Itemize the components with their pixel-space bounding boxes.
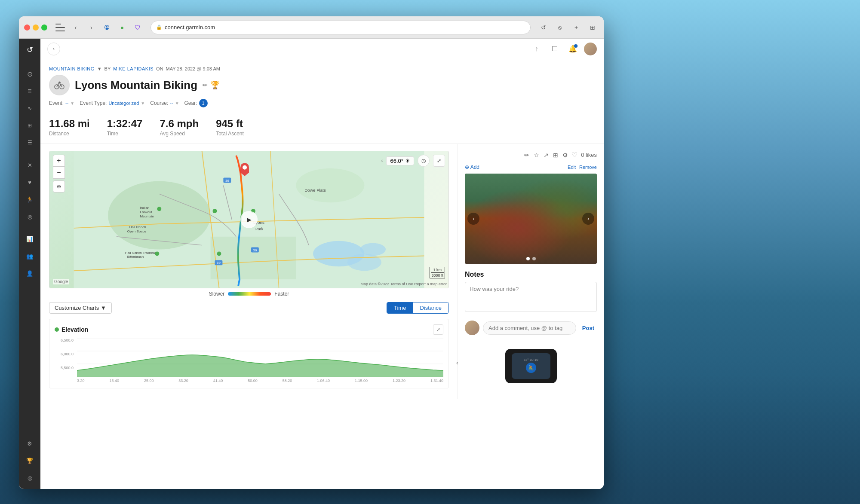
- elevation-title: Elevation: [61, 326, 88, 333]
- category-link[interactable]: MOUNTAIN BIKING: [49, 66, 95, 71]
- star-icon[interactable]: ☆: [534, 152, 539, 159]
- forward-button[interactable]: ›: [85, 21, 97, 34]
- svg-rect-6: [211, 237, 296, 279]
- google-logo: Google: [53, 279, 69, 284]
- device-section: ‹ 73° 10:10 🚴 ›: [465, 342, 597, 383]
- stat-time-label: Time: [107, 131, 143, 137]
- address-bar[interactable]: 🔒 connect.garmin.com: [150, 21, 531, 34]
- gear-badge[interactable]: 1: [199, 99, 208, 107]
- photo-next-button[interactable]: ›: [582, 213, 594, 225]
- upload-icon[interactable]: ↑: [530, 42, 544, 56]
- sidebar-item-badges[interactable]: ◎: [22, 470, 37, 486]
- map-fullscreen-button[interactable]: ⤢: [433, 155, 445, 167]
- time-toggle-button[interactable]: Time: [387, 302, 413, 313]
- app-sidebar: ↺ ⊙ ≡ ∿ ⊞ ☰ ✕ ♥ 🏃 ◎ 📊 👥 👤 ⚙ 🏆 ◎: [19, 39, 40, 489]
- comment-row: Post: [465, 321, 597, 335]
- photo-dot-1[interactable]: [526, 257, 530, 260]
- sidebar-item-activities[interactable]: ✕: [22, 157, 37, 173]
- comment-avatar-image: [465, 321, 479, 335]
- breadcrumb: MOUNTAIN BIKING ▼ BY MIKE LAPIDAKIS ON M…: [49, 66, 595, 71]
- share-icon[interactable]: ↗: [544, 152, 549, 159]
- comment-input[interactable]: [483, 321, 576, 335]
- sidebar-toggle-button[interactable]: [54, 21, 66, 34]
- sidebar-item-refresh[interactable]: ↺: [22, 42, 37, 58]
- extension-shield-icon[interactable]: 🛡: [132, 21, 144, 34]
- sidebar-item-reports[interactable]: ☰: [22, 135, 37, 150]
- comment-input-wrap: [483, 321, 576, 335]
- sidebar-item-training[interactable]: 🏃: [22, 192, 37, 207]
- distance-toggle-button[interactable]: Distance: [413, 302, 448, 313]
- sidebar-item-stats[interactable]: 📊: [22, 231, 37, 247]
- map-attribution: Map data ©2022 Terms of Use Report a map…: [360, 282, 447, 286]
- x-label-2: 25:00: [144, 379, 154, 383]
- sidebar-item-layers[interactable]: ≡: [22, 83, 37, 99]
- photo-prev-button[interactable]: ‹: [467, 213, 479, 225]
- event-dropdown[interactable]: --: [65, 101, 68, 106]
- charts-section: Customize Charts ▼ Time Distance: [49, 299, 449, 392]
- activity-layout: Dowe Flats Lyons Indian Lookout Mountain…: [40, 144, 604, 399]
- stat-speed: 7.6 mph Avg Speed: [160, 118, 199, 137]
- grid-icon[interactable]: ⊞: [587, 21, 599, 34]
- sidebar-item-health[interactable]: ♥: [22, 174, 37, 190]
- notifications-icon[interactable]: 🔔: [566, 42, 580, 56]
- photos-section: ⊕ Add Edit Remove: [465, 164, 597, 264]
- map-layers-button[interactable]: ⊛: [53, 180, 65, 192]
- minimize-button[interactable]: [33, 24, 39, 31]
- sidebar-item-challenges[interactable]: 🏆: [22, 453, 37, 468]
- stat-ascent-label: Total Ascent: [216, 131, 244, 137]
- svg-text:36: 36: [253, 248, 257, 252]
- edit-icon[interactable]: ✏: [524, 152, 529, 159]
- device-prev-button[interactable]: ‹: [456, 359, 458, 366]
- reload-icon[interactable]: ↺: [538, 21, 550, 34]
- sidebar-item-groups[interactable]: 👤: [22, 266, 37, 281]
- 1password-icon[interactable]: ①: [101, 21, 113, 34]
- export-icon[interactable]: ⊞: [553, 152, 558, 159]
- svg-text:Mountain: Mountain: [140, 214, 154, 218]
- sidebar-item-social[interactable]: 👥: [22, 248, 37, 264]
- sidebar-item-calendar[interactable]: ⊞: [22, 118, 37, 133]
- remove-photo-link[interactable]: Remove: [579, 165, 597, 170]
- sidebar-item-home[interactable]: ⊙: [22, 66, 37, 82]
- photo-dot-2[interactable]: [532, 257, 536, 260]
- inbox-icon[interactable]: ☐: [548, 42, 562, 56]
- chart-expand-button[interactable]: ⤢: [433, 324, 443, 335]
- url-text: connect.garmin.com: [165, 24, 215, 31]
- author-link[interactable]: MIKE LAPIDAKIS: [113, 66, 154, 71]
- close-button[interactable]: [24, 24, 30, 31]
- edit-photo-link[interactable]: Edit: [568, 165, 576, 170]
- map-play-button[interactable]: ▶: [240, 211, 258, 228]
- post-button[interactable]: Post: [580, 325, 597, 331]
- user-avatar[interactable]: [584, 43, 597, 55]
- customize-charts-button[interactable]: Customize Charts ▼: [49, 302, 112, 314]
- heart-icon[interactable]: ♡: [571, 151, 577, 159]
- sidebar-item-target[interactable]: ◎: [22, 209, 37, 224]
- zoom-out-button[interactable]: −: [53, 167, 65, 179]
- temp-arrow-icon: ‹: [381, 158, 383, 164]
- device-widget: 73° 10:10 🚴: [505, 349, 557, 383]
- sidebar-item-trends[interactable]: ∿: [22, 101, 37, 116]
- collapse-sidebar-btn[interactable]: ›: [47, 43, 60, 55]
- fullscreen-button[interactable]: [41, 24, 47, 31]
- trophy-icon: 🏆: [210, 80, 220, 90]
- notes-section: Notes: [465, 271, 597, 314]
- settings-icon[interactable]: ⚙: [562, 152, 568, 159]
- scale-ft: 3000 ft: [431, 273, 444, 278]
- bike-icon: [53, 79, 65, 91]
- activity-title: Lyons Mountain Biking: [75, 79, 197, 92]
- map-timer-button[interactable]: ◷: [418, 155, 430, 167]
- back-button[interactable]: ‹: [70, 21, 82, 34]
- new-tab-icon[interactable]: +: [570, 21, 582, 34]
- sidebar-item-settings[interactable]: ⚙: [22, 436, 37, 451]
- svg-text:Lookout: Lookout: [140, 210, 153, 214]
- course-dropdown[interactable]: --: [170, 101, 173, 106]
- svg-point-2: [59, 82, 60, 83]
- notes-textarea[interactable]: [465, 282, 597, 312]
- edit-title-icon[interactable]: ✏: [203, 82, 208, 89]
- share-icon[interactable]: ⎋: [554, 21, 566, 34]
- svg-point-8: [347, 254, 382, 271]
- event-type-dropdown[interactable]: Uncategorized: [108, 101, 139, 106]
- device-next-button[interactable]: ›: [603, 359, 604, 366]
- zoom-in-button[interactable]: +: [53, 155, 65, 167]
- extension-green-icon[interactable]: ●: [116, 21, 128, 34]
- add-photo-button[interactable]: ⊕ Add: [465, 164, 479, 170]
